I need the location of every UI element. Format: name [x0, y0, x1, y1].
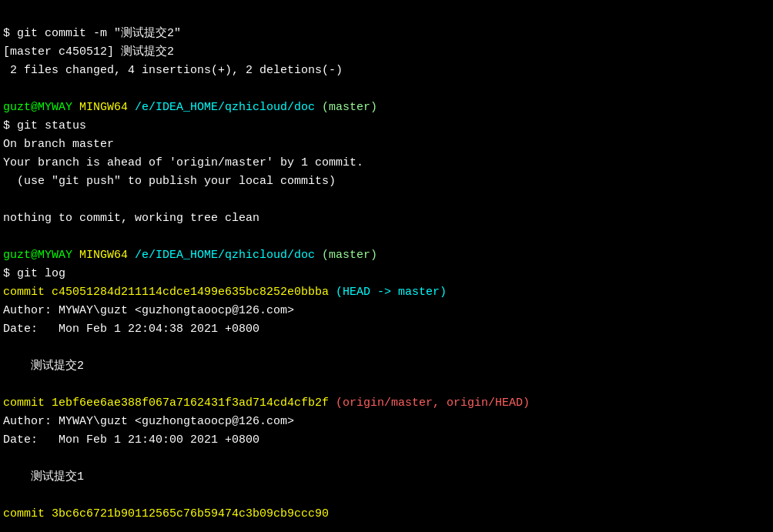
output-line: Author: MYWAY\guzt <guzhongtaoocp@126.co… [3, 413, 770, 431]
blank-line [3, 339, 770, 357]
terminal-text: commit 1ebf6ee6ae388f067a7162431f3ad714c… [3, 396, 329, 410]
output-line: On branch master [3, 136, 770, 154]
terminal-text: MINGW64 [72, 101, 135, 114]
output-line: [master c450512] 测试提交2 [3, 43, 770, 62]
prompt-line: guzt@MYWAY MINGW64 /e/IDEA_HOME/qzhiclou… [3, 99, 770, 117]
blank-line [3, 487, 770, 505]
terminal-text: Author: MYWAY\guzt <guzhongtaoocp@126.co… [3, 415, 294, 428]
output-line: Date: Mon Feb 1 21:40:00 2021 +0800 [3, 431, 770, 450]
terminal-text: (master) [315, 101, 377, 114]
output-line: Author: MYWAY\guzt <guzhongtaoocp@126.co… [3, 302, 770, 320]
command-line: $ git status [3, 117, 770, 136]
terminal-text: [master c450512] 测试提交2 [3, 45, 174, 59]
terminal-text: 测试提交1 [3, 470, 84, 483]
terminal-text: MINGW64 [72, 249, 135, 262]
terminal-text: Author: MYWAY\guzt <guzhongtaoocp@126.co… [3, 304, 294, 317]
terminal-text: On branch master [3, 138, 114, 151]
blank-line [3, 80, 770, 99]
terminal-text: 测试提交2 [3, 360, 84, 373]
terminal-text: Date: Mon Feb 1 22:04:38 2021 +0800 [3, 323, 259, 336]
terminal-window: $ git commit -m "测试提交2"[master c450512] … [3, 6, 770, 524]
output-line: commit c45051284d211114cdce1499e635bc825… [3, 283, 770, 302]
terminal-text: $ git commit -m "测试提交2" [3, 27, 181, 40]
terminal-text: Your branch is ahead of 'origin/master' … [3, 156, 363, 169]
terminal-text: guzt@MYWAY [3, 101, 72, 114]
command-line: $ git commit -m "测试提交2" [3, 25, 770, 43]
terminal-text: guzt@MYWAY [3, 249, 72, 262]
terminal-text: 2 files changed, 4 insertions(+), 2 dele… [3, 64, 343, 77]
terminal-text: commit c45051284d211114cdce1499e635bc825… [3, 286, 329, 299]
blank-line [3, 376, 770, 394]
terminal-text: (master) [315, 249, 377, 262]
output-line: Date: Mon Feb 1 22:04:38 2021 +0800 [3, 320, 770, 339]
output-line: Your branch is ahead of 'origin/master' … [3, 154, 770, 172]
terminal-text: Date: Mon Feb 1 21:40:00 2021 +0800 [3, 433, 259, 447]
prompt-line: guzt@MYWAY MINGW64 /e/IDEA_HOME/qzhiclou… [3, 246, 770, 265]
terminal-text: /e/IDEA_HOME/qzhicloud/doc [135, 101, 315, 114]
blank-line [3, 228, 770, 246]
output-line: 测试提交1 [3, 468, 770, 487]
blank-line [3, 191, 770, 209]
command-line: $ git log [3, 265, 770, 283]
terminal-text: (HEAD -> master) [329, 286, 447, 299]
output-line: nothing to commit, working tree clean [3, 209, 770, 228]
output-line: (use "git push" to publish your local co… [3, 172, 770, 191]
terminal-text: (origin/master, origin/HEAD) [329, 396, 530, 410]
terminal-text: $ git status [3, 119, 86, 132]
output-line: 2 files changed, 4 insertions(+), 2 dele… [3, 62, 770, 80]
terminal-text: nothing to commit, working tree clean [3, 212, 259, 225]
terminal-text: (use "git push" to publish your local co… [3, 175, 336, 188]
output-line: commit 1ebf6ee6ae388f067a7162431f3ad714c… [3, 394, 770, 413]
output-line: 测试提交2 [3, 357, 770, 376]
output-line: commit 3bc6c6721b90112565c76b59474c3b09c… [3, 505, 770, 524]
terminal-text: /e/IDEA_HOME/qzhicloud/doc [135, 249, 315, 262]
terminal-text: commit 3bc6c6721b90112565c76b59474c3b09c… [3, 507, 329, 520]
terminal-text: $ git log [3, 267, 65, 280]
blank-line [3, 450, 770, 468]
